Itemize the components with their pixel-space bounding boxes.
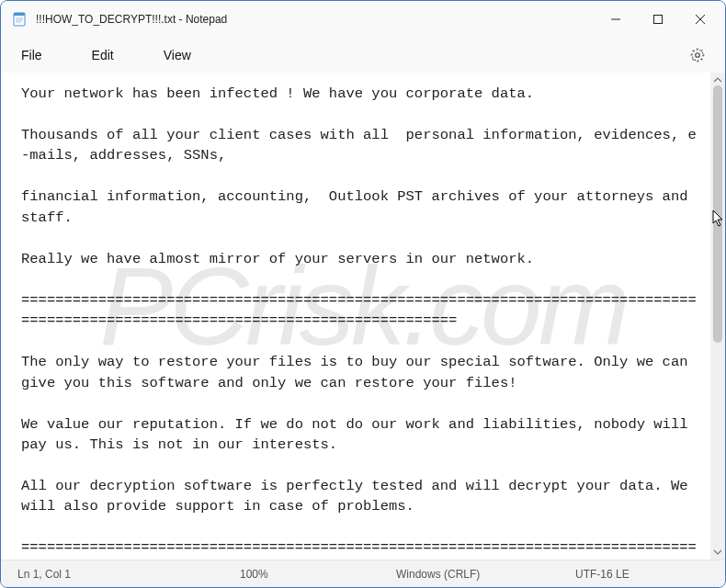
text-editor[interactable]: Your network has been infected ! We have… [1,73,710,560]
notepad-window: !!!HOW_TO_DECRYPT!!!.txt - Notepad File … [0,0,726,588]
scroll-down-button[interactable] [710,545,725,560]
menu-edit[interactable]: Edit [85,42,121,68]
titlebar: !!!HOW_TO_DECRYPT!!!.txt - Notepad [1,1,725,38]
svg-point-9 [696,53,700,58]
window-title: !!!HOW_TO_DECRYPT!!!.txt - Notepad [36,13,227,26]
menu-view[interactable]: View [156,42,199,68]
svg-rect-6 [654,16,663,24]
window-controls [595,1,721,38]
svg-rect-1 [14,13,25,16]
vertical-scrollbar[interactable] [710,73,725,560]
zoom-level: 100% [240,568,268,581]
settings-button[interactable] [683,40,712,70]
notepad-icon [12,12,27,27]
menubar: File Edit View [1,38,725,73]
minimize-button[interactable] [595,5,637,34]
svg-point-10 [692,50,703,61]
encoding: UTF-16 LE [575,568,630,581]
close-button[interactable] [679,5,721,34]
line-ending: Windows (CRLF) [396,568,480,581]
cursor-position: Ln 1, Col 1 [17,568,71,581]
content-area: Your network has been infected ! We have… [1,73,725,560]
statusbar: Ln 1, Col 1 100% Windows (CRLF) UTF-16 L… [1,560,725,587]
maximize-button[interactable] [637,5,679,34]
menu-file[interactable]: File [14,42,50,68]
scroll-thumb[interactable] [713,85,722,343]
